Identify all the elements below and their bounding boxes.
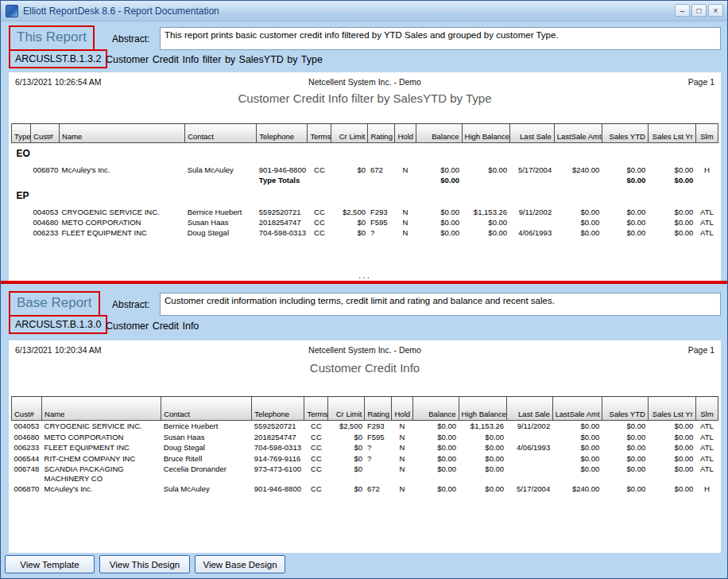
minimize-button[interactable]: – <box>675 4 690 17</box>
cell: Type Totals <box>257 175 308 185</box>
cell <box>506 464 552 484</box>
column-header: Contact <box>161 397 252 421</box>
cell <box>12 227 31 238</box>
cell: $0.00 <box>648 421 695 432</box>
cell: 704-598-0313 <box>257 227 308 238</box>
cell: Bernice Huebert <box>161 421 252 432</box>
cell: $0.00 <box>552 453 602 464</box>
cell: F293 <box>365 421 392 432</box>
cell: N <box>392 464 412 484</box>
close-button[interactable]: × <box>708 4 723 17</box>
column-header: Cust# <box>31 124 60 143</box>
cell: $0.00 <box>602 165 648 175</box>
this-report-heading: This Report <box>9 25 95 51</box>
cell: $0.00 <box>459 453 506 464</box>
cell: $2,500 <box>328 421 365 432</box>
cell: $0.00 <box>554 207 602 217</box>
cell: 004680 <box>12 432 42 443</box>
cell: $0.00 <box>459 442 506 453</box>
cell: CRYOGENIC SERVICE INC. <box>60 207 185 217</box>
cell: $1,153.26 <box>462 207 509 217</box>
cell: $0.00 <box>459 464 506 484</box>
cell: Cecelia Dronander <box>161 464 252 484</box>
cell <box>695 175 718 185</box>
table-row: 006870McAuley's Inc.Sula McAuley901-946-… <box>12 484 718 495</box>
column-header: LastSale Amt <box>552 397 602 421</box>
cell <box>308 175 331 185</box>
preview-header: 6/13/2021 10:20:34 AM Netcellent System … <box>14 345 716 356</box>
this-report-abstract-field[interactable]: This report prints basic customer credit… <box>160 27 721 50</box>
cell: 006870 <box>12 484 42 495</box>
cell: N <box>392 453 412 464</box>
cell <box>509 175 554 185</box>
cell: $240.00 <box>552 484 602 495</box>
cell: $0.00 <box>416 227 462 238</box>
cell: $0.00 <box>602 484 648 495</box>
cell: McAuley's Inc. <box>42 484 161 495</box>
column-header: Sales YTD <box>602 397 648 421</box>
cell: CRYOGENIC SERVICE INC. <box>42 421 161 432</box>
cell: F595 <box>365 432 392 443</box>
cell: 2018254747 <box>257 217 308 227</box>
this-report-table: TypeCust#NameContactTelephoneTermsCr Lim… <box>11 123 718 238</box>
cell: $0 <box>328 432 365 443</box>
column-header: Last Sale <box>509 124 554 143</box>
cell: $0.00 <box>648 175 695 185</box>
this-report-name: Customer Credit Info filter by SalesYTD … <box>106 54 323 65</box>
cell: $0.00 <box>552 442 602 453</box>
cell: Bruce Ritell <box>161 453 252 464</box>
cell: CC <box>304 453 328 464</box>
totals-row: Type Totals$0.00$0.00$0.00 <box>12 175 718 185</box>
cell: CC <box>304 442 328 453</box>
cell: $0.00 <box>602 421 648 432</box>
preview-header: 6/13/2021 10:26:54 AM Netcellent System … <box>14 77 716 88</box>
cell: N <box>392 421 412 432</box>
report-title: Customer Credit Info <box>9 361 721 375</box>
cell: SCANDIA PACKAGING MACHINERY CO <box>42 464 161 484</box>
cell: $0.00 <box>459 432 506 443</box>
column-header: Balance <box>416 124 462 143</box>
cell: ATL <box>695 442 718 453</box>
base-report-name: Customer Credit Info <box>106 321 199 332</box>
cell <box>395 175 416 185</box>
cell <box>509 217 554 227</box>
cell: ATL <box>695 453 718 464</box>
column-header: Cr Limit <box>331 124 368 143</box>
view-base-design-button[interactable]: View Base Design <box>195 555 285 573</box>
cell: CC <box>308 217 331 227</box>
cell: 006544 <box>12 453 42 464</box>
cell <box>506 432 552 443</box>
cell: $0.00 <box>602 432 648 443</box>
column-header: Sales Lst Yr <box>648 124 695 143</box>
cell: Susan Haas <box>185 217 257 227</box>
view-this-design-button[interactable]: View This Design <box>99 555 190 573</box>
cell: METO CORPORATION <box>60 217 185 227</box>
cell: FLEET EQUIPMENT INC <box>60 227 185 238</box>
column-header: Slm <box>695 397 718 421</box>
base-report-abstract-field[interactable]: Customer credit information including te… <box>160 293 721 316</box>
column-header: Last Sale <box>506 397 552 421</box>
cell: 2018254747 <box>252 432 304 443</box>
column-header: Terms <box>308 124 331 143</box>
cell <box>185 175 257 185</box>
cell: CC <box>308 165 331 175</box>
column-header: Type <box>12 124 31 143</box>
column-header: Sales YTD <box>602 124 648 143</box>
cell: $0.00 <box>412 464 459 484</box>
cell: RIT-CHEM COMPANY INC <box>42 453 161 464</box>
maximize-button[interactable]: □ <box>691 4 707 17</box>
cell: $0.00 <box>552 432 602 443</box>
view-template-button[interactable]: View Template <box>5 555 95 573</box>
base-report-id: ARCUSLST.B.1.3.0 <box>9 315 107 334</box>
cell: $0.00 <box>648 227 695 238</box>
cell: 4/06/1993 <box>509 227 554 238</box>
cell <box>12 207 31 217</box>
cell: $0.00 <box>648 453 695 464</box>
cell: ATL <box>695 227 718 238</box>
cell: $0.00 <box>412 484 459 495</box>
cell: F595 <box>368 217 395 227</box>
section-divider <box>1 281 728 284</box>
base-report-preview: 6/13/2021 10:20:34 AM Netcellent System … <box>9 340 721 553</box>
report-company: Netcellent System Inc. - Demo <box>14 77 716 87</box>
window-controls: – □ × <box>675 4 723 17</box>
